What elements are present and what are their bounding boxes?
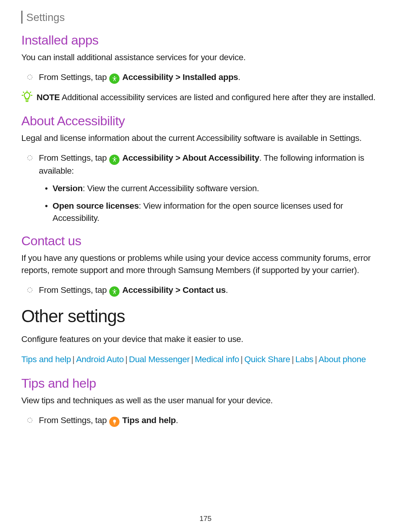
section-about: About Accessibility Legal and license in… <box>21 113 390 224</box>
step-bold: Accessibility > Contact us <box>122 285 226 295</box>
sub-rest: : View the current Accessibility softwar… <box>83 184 259 193</box>
header-bar <box>21 11 22 24</box>
header-title: Settings <box>26 11 65 24</box>
desc-other: Configure features on your device that m… <box>21 333 390 345</box>
step-bold: Tips and help <box>122 415 176 425</box>
link-labs[interactable]: Labs <box>295 355 314 364</box>
note-text: NOTE Additional accessibility services a… <box>37 91 376 104</box>
step-bold: Accessibility > About Accessibility <box>122 153 259 163</box>
heading-installed-apps: Installed apps <box>21 33 390 48</box>
step-item: From Settings, tap Accessibility > Conta… <box>39 284 390 297</box>
step-suffix: . <box>238 72 241 82</box>
section-installed-apps: Installed apps You can install additiona… <box>21 33 390 104</box>
sublist-about: Version: View the current Accessibility … <box>39 182 390 224</box>
link-about-phone[interactable]: About phone <box>319 355 366 364</box>
step-prefix: From Settings, tap <box>39 285 109 295</box>
link-android-auto[interactable]: Android Auto <box>76 355 124 364</box>
heading-about: About Accessibility <box>21 113 390 128</box>
step-suffix: . <box>226 285 228 295</box>
desc-about: Legal and license information about the … <box>21 132 390 144</box>
desc-installed-apps: You can install additional assistance se… <box>21 51 390 64</box>
sub-bold: Open source licenses <box>53 201 139 211</box>
desc-contact: If you have any questions or problems wh… <box>21 252 390 276</box>
heading-tips: Tips and help <box>21 376 390 391</box>
step-prefix: From Settings, tap <box>39 72 109 82</box>
steps-contact: From Settings, tap Accessibility > Conta… <box>21 284 390 297</box>
step-item: From Settings, tap Accessibility > Insta… <box>39 71 390 84</box>
section-tips: Tips and help View tips and techniques a… <box>21 376 390 427</box>
accessibility-icon <box>109 155 119 165</box>
sub-item: Version: View the current Accessibility … <box>53 182 390 195</box>
steps-tips: From Settings, tap Tips and help. <box>21 414 390 427</box>
link-tips[interactable]: Tips and help <box>21 355 71 364</box>
accessibility-icon <box>109 73 119 84</box>
link-quick-share[interactable]: Quick Share <box>244 355 290 364</box>
link-dual-messenger[interactable]: Dual Messenger <box>129 355 190 364</box>
step-item: From Settings, tap Accessibility > About… <box>39 152 390 224</box>
link-separator: | <box>125 355 127 364</box>
accessibility-icon <box>109 286 119 297</box>
link-separator: | <box>191 355 193 364</box>
note-installed-apps: NOTE Additional accessibility services a… <box>21 91 390 104</box>
link-row-other: Tips and help|Android Auto|Dual Messenge… <box>21 353 390 366</box>
link-separator: | <box>292 355 294 364</box>
note-label: NOTE <box>37 93 60 102</box>
link-separator: | <box>315 355 317 364</box>
link-medical-info[interactable]: Medical info <box>195 355 239 364</box>
svg-line-7 <box>30 92 31 93</box>
svg-point-9 <box>114 289 115 290</box>
sub-bold: Version <box>53 184 83 193</box>
svg-line-6 <box>23 92 24 93</box>
lightbulb-icon <box>21 91 34 104</box>
heading-contact: Contact us <box>21 233 390 248</box>
sub-item: Open source licenses: View information f… <box>53 200 390 224</box>
lightbulb-icon <box>109 417 119 427</box>
svg-point-0 <box>114 76 115 77</box>
page-header: Settings <box>21 11 390 24</box>
step-prefix: From Settings, tap <box>39 415 109 425</box>
step-bold: Accessibility > Installed apps <box>122 72 238 82</box>
step-suffix: . <box>176 415 178 425</box>
link-separator: | <box>72 355 75 364</box>
note-body: Additional accessibility services are li… <box>60 93 375 102</box>
desc-tips: View tips and techniques as well as the … <box>21 395 390 407</box>
step-prefix: From Settings, tap <box>39 153 109 163</box>
section-contact: Contact us If you have any questions or … <box>21 233 390 297</box>
steps-installed-apps: From Settings, tap Accessibility > Insta… <box>21 71 390 84</box>
steps-about: From Settings, tap Accessibility > About… <box>21 152 390 224</box>
page-number: 175 <box>0 514 411 523</box>
link-separator: | <box>241 355 243 364</box>
step-item: From Settings, tap Tips and help. <box>39 414 390 427</box>
svg-point-8 <box>114 157 115 158</box>
heading-other: Other settings <box>21 306 390 326</box>
